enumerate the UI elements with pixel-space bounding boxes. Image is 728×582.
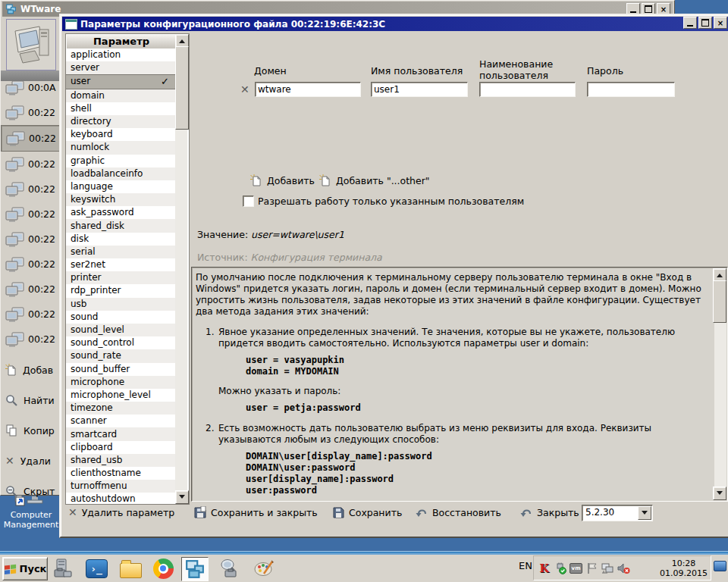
dialog-window-controls: ×	[683, 17, 727, 29]
vmware-tools-icon[interactable]: vm	[570, 562, 582, 574]
save-close-button[interactable]: Сохранить и закрыть	[194, 505, 318, 520]
action-copy[interactable]: Копир	[1, 415, 61, 446]
param-item-sound_level[interactable]: sound_level	[66, 324, 175, 336]
password-field[interactable]	[587, 82, 675, 97]
dialog-minimize-button[interactable]	[683, 17, 697, 29]
param-item-shared_usb[interactable]: shared_usb	[66, 454, 175, 467]
param-item-printer[interactable]: printer	[66, 271, 175, 284]
param-item-server[interactable]: server	[66, 61, 175, 74]
quicklaunch-powershell[interactable]: ›_	[83, 557, 109, 580]
terminal-item[interactable]: 00:22	[1, 100, 61, 125]
action-hide[interactable]: Скрыт	[1, 476, 61, 506]
param-item-keyswitch[interactable]: keyswitch	[66, 193, 175, 206]
param-item-clipboard[interactable]: clipboard	[66, 441, 175, 454]
network-icon[interactable]	[601, 562, 614, 574]
terminal-item[interactable]: 00:22	[1, 125, 61, 152]
terminal-item[interactable]: 00:22	[1, 202, 61, 227]
param-item-timezone[interactable]: timezone	[66, 402, 175, 415]
param-item-serial[interactable]: serial	[66, 246, 175, 258]
help-scroll-down-button[interactable]	[713, 487, 726, 500]
volume-muted-icon[interactable]	[617, 562, 630, 574]
dialog-close-button[interactable]: ×	[714, 17, 727, 29]
terminal-item[interactable]: 00:22	[1, 227, 61, 252]
kaspersky-icon[interactable]: K	[538, 562, 551, 574]
param-item-microphone_level[interactable]: microphone_level	[66, 389, 175, 402]
dialog-titlebar[interactable]: Параметры конфигурационного файла 00:22:…	[62, 17, 728, 31]
restore-button[interactable]: Восстановить	[416, 505, 501, 520]
param-item-shared_disk[interactable]: shared_disk	[66, 219, 175, 232]
close-button[interactable]: Закрыть	[520, 505, 579, 520]
param-item-numlock[interactable]: numlock	[66, 141, 175, 154]
param-item-domain[interactable]: domain	[66, 89, 175, 102]
param-item-sound_control[interactable]: sound_control	[66, 336, 175, 349]
param-item-sound[interactable]: sound	[66, 311, 175, 324]
quicklaunch-wtware-active[interactable]	[181, 557, 209, 581]
terminal-item[interactable]: 00:22	[1, 302, 61, 327]
help-list-item: 1.Явное указание определенных значений. …	[196, 327, 711, 349]
dialog-maximize-button[interactable]	[698, 17, 712, 29]
quicklaunch-explorer[interactable]	[118, 557, 143, 580]
param-item-application[interactable]: application	[66, 48, 175, 61]
param-item-clienthostname[interactable]: clienthostname	[66, 467, 175, 480]
language-indicator[interactable]: EN	[519, 560, 532, 571]
param-item-ser2net[interactable]: ser2net	[66, 258, 175, 271]
param-item-smartcard[interactable]: smartcard	[66, 427, 175, 440]
add-other-button[interactable]: Добавить "...other"	[319, 174, 430, 186]
action-search[interactable]: Найти	[1, 385, 61, 415]
param-item-microphone[interactable]: microphone	[66, 376, 175, 389]
param-item-user[interactable]: user✓	[66, 74, 175, 89]
action-new-doc[interactable]: Добав	[1, 355, 61, 385]
param-item-loadbalanceinfo[interactable]: loadbalanceinfo	[66, 167, 175, 180]
param-item-shell[interactable]: shell	[66, 102, 175, 115]
save-button[interactable]: Сохранить	[333, 505, 402, 520]
action-center-flag-icon[interactable]	[585, 562, 598, 574]
param-item-disk[interactable]: disk	[66, 233, 175, 246]
terminal-item[interactable]: 00:22	[1, 252, 61, 277]
dropdown-arrow-button[interactable]	[638, 506, 651, 520]
param-item-turnoffmenu[interactable]: turnoffmenu	[66, 480, 175, 493]
help-scrollbar-thumb[interactable]	[713, 280, 726, 323]
param-scroll-down-button[interactable]	[175, 490, 189, 504]
terminal-item[interactable]: 00:22	[1, 327, 61, 352]
param-item-language[interactable]: language	[66, 180, 175, 193]
param-item-autoshutdown[interactable]: autoshutdown	[66, 493, 175, 503]
param-item-ask_password[interactable]: ask_password	[66, 206, 175, 219]
param-item-scanner[interactable]: scanner	[66, 415, 175, 427]
start-button[interactable]: Пуск	[2, 557, 48, 580]
safely-remove-usb-icon[interactable]	[554, 562, 566, 574]
version-dropdown[interactable]: 5.2.30	[582, 505, 653, 521]
terminal-label: 00:22	[28, 308, 55, 320]
action-delete-x[interactable]: ✕Удали	[1, 446, 61, 476]
param-item-sound_rate[interactable]: sound_rate	[66, 349, 175, 362]
quicklaunch-search-tool[interactable]	[216, 557, 242, 580]
terminal-item[interactable]: 00:22	[1, 277, 61, 302]
param-item-rdp_printer[interactable]: rdp_printer	[66, 284, 175, 297]
terminal-icon	[5, 257, 25, 272]
delete-param-button[interactable]: ✕ Удалить параметр	[68, 505, 174, 520]
param-item-graphic[interactable]: graphic	[66, 155, 175, 167]
param-item-usb[interactable]: usb	[66, 298, 175, 311]
remove-row-icon[interactable]: ✕	[240, 84, 249, 95]
undo-arrow-icon	[416, 507, 428, 518]
param-item-keyboard[interactable]: keyboard	[66, 128, 175, 141]
terminal-item[interactable]: 00:0A	[1, 75, 61, 100]
arrow-up-icon	[717, 271, 723, 277]
source-text: Конфигурация терминала	[251, 252, 382, 263]
displayname-field[interactable]	[479, 82, 576, 97]
domain-field[interactable]	[255, 82, 361, 97]
quicklaunch-computer-management[interactable]	[50, 557, 76, 580]
restrict-users-checkbox[interactable]	[243, 196, 254, 207]
parameter-list-header[interactable]: Параметр	[66, 34, 177, 49]
terminal-actions-list: ДобавНайтиКопир✕УдалиСкрыт	[1, 355, 61, 506]
param-item-sound_buffer[interactable]: sound_buffer	[66, 363, 175, 376]
terminal-item[interactable]: 00:22	[1, 152, 61, 177]
quicklaunch-chrome[interactable]	[150, 557, 176, 580]
param-item-directory[interactable]: directory	[66, 115, 175, 128]
taskbar-clock[interactable]: 10:28 01.09.2015	[660, 559, 708, 578]
param-scrollbar-thumb[interactable]	[175, 46, 189, 130]
quicklaunch-paint[interactable]	[251, 557, 277, 580]
terminal-item[interactable]: 00:22	[1, 177, 61, 202]
add-user-button[interactable]: Добавить	[250, 174, 315, 186]
show-desktop-button[interactable]	[714, 561, 726, 571]
username-field[interactable]	[371, 82, 468, 97]
